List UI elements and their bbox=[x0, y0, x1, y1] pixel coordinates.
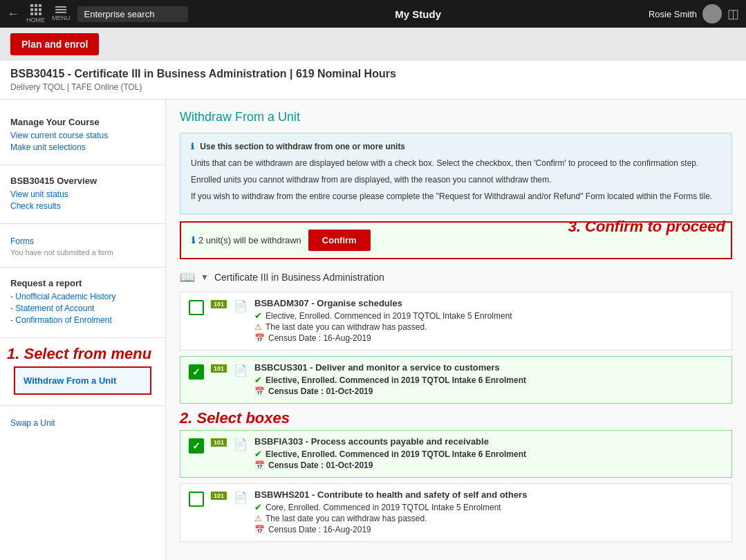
forms-section: Forms You have not submitted a form bbox=[0, 227, 165, 263]
link-unit-status[interactable]: View unit status bbox=[10, 189, 155, 199]
info-p1: Units that can be withdrawn are displaye… bbox=[191, 157, 721, 169]
enterprise-search-input[interactable] bbox=[77, 6, 188, 22]
main-layout: Manage Your Course View current course s… bbox=[0, 100, 746, 560]
overview-title: BSB30415 Overview bbox=[10, 176, 155, 186]
doc-icon-3: 📄 bbox=[234, 438, 248, 451]
unit-info-4: BSBWHS201 - Contribute to health and saf… bbox=[254, 489, 723, 536]
menu-nav[interactable]: MENU bbox=[52, 6, 71, 21]
unit-detail-2a: ✔ Elective, Enrolled. Commenced in 2019 … bbox=[254, 375, 723, 385]
cal-icon-3b: 📅 bbox=[254, 460, 265, 470]
home-label: HOME bbox=[26, 17, 45, 24]
unit-checkbox-2[interactable]: ✓ bbox=[189, 364, 204, 380]
unit-detail-3b: 📅 Census Date : 01-Oct-2019 bbox=[254, 460, 723, 470]
content-area: Withdraw From a Unit ℹ Use this section … bbox=[166, 100, 746, 560]
confirm-button[interactable]: Confirm bbox=[308, 230, 371, 251]
report-title: Request a report bbox=[10, 278, 155, 288]
unit-detail-4b: ⚠ The last date you can withdraw has pas… bbox=[254, 514, 723, 523]
cal-icon-4c: 📅 bbox=[254, 525, 265, 534]
unit-info-1: BSBADM307 - Organise schedules ✔ Electiv… bbox=[254, 298, 723, 344]
link-course-status[interactable]: View current course status bbox=[10, 131, 155, 140]
unit-detail-3a: ✔ Elective, Enrolled. Commenced in 2019 … bbox=[254, 449, 723, 459]
info-p2: Enrolled units you cannot withdraw from … bbox=[191, 174, 721, 186]
cert-header: 📖 ▼ Certificate III in Business Administ… bbox=[180, 270, 732, 285]
sidebar: Manage Your Course View current course s… bbox=[0, 100, 166, 560]
doc-icon-1: 📄 bbox=[234, 299, 248, 312]
book-icon: 📖 bbox=[180, 270, 195, 285]
home-nav[interactable]: HOME bbox=[26, 4, 45, 24]
doc-icon-2: 📄 bbox=[234, 364, 248, 377]
top-nav: ← HOME MENU My Study Rosie Smith ◫ bbox=[0, 0, 746, 28]
overview-section: BSB30415 Overview View unit status Check… bbox=[0, 169, 165, 220]
unit-checkbox-3[interactable]: ✓ bbox=[189, 438, 204, 454]
cert-name: Certificate III in Business Administrati… bbox=[214, 272, 384, 283]
units-withdrawn-label: ℹ 2 unit(s) will be withdrawn bbox=[192, 235, 301, 245]
unit-name-2: BSBCUS301 - Deliver and monitor a servic… bbox=[254, 362, 723, 373]
report-section: Request a report - Unofficial Academic H… bbox=[0, 271, 165, 334]
unit-checkbox-4[interactable] bbox=[189, 492, 204, 507]
unit-checkbox-1[interactable] bbox=[189, 300, 204, 315]
withdraw-section: 1. Select from menu Withdraw From a Unit bbox=[0, 342, 165, 402]
grid-icon[interactable]: ◫ bbox=[727, 6, 739, 21]
forms-sub: You have not submitted a form bbox=[10, 248, 155, 256]
table-row: ✓ 101 📄 BSBFIA303 - Process accounts pay… bbox=[180, 430, 732, 478]
check-icon-2a: ✔ bbox=[254, 375, 262, 385]
unit-badge-3: 101 bbox=[211, 438, 227, 447]
course-delivery: Delivery TQOL | TAFE Online (TOL) bbox=[10, 82, 736, 92]
withdraw-page-title: Withdraw From a Unit bbox=[180, 110, 732, 124]
confirm-section: ℹ 2 unit(s) will be withdrawn Confirm bbox=[180, 221, 732, 259]
info-icon: ℹ bbox=[191, 142, 194, 151]
table-row: 101 📄 BSBADM307 - Organise schedules ✔ E… bbox=[180, 292, 732, 351]
check-icon-1a: ✔ bbox=[254, 310, 262, 321]
menu-label: MENU bbox=[52, 15, 71, 21]
units-info-icon: ℹ bbox=[192, 235, 195, 245]
link-statement[interactable]: - Statement of Account bbox=[10, 304, 155, 313]
unit-badge-1: 101 bbox=[211, 300, 227, 308]
manage-title: Manage Your Course bbox=[10, 117, 155, 127]
cal-icon-1c: 📅 bbox=[254, 333, 265, 343]
units-list: 101 📄 BSBADM307 - Organise schedules ✔ E… bbox=[180, 292, 732, 542]
unit-detail-1b: ⚠ The last date you can withdraw has pas… bbox=[254, 322, 723, 332]
annotation-select-menu: 1. Select from menu bbox=[7, 345, 158, 363]
swap-section: Swap a Unit bbox=[0, 409, 165, 437]
unit-name-1: BSBADM307 - Organise schedules bbox=[254, 298, 723, 308]
forms-link[interactable]: Forms bbox=[10, 236, 155, 246]
link-check-results[interactable]: Check results bbox=[10, 201, 155, 211]
page-title: My Study bbox=[195, 8, 642, 20]
link-unofficial[interactable]: - Unofficial Academic History bbox=[10, 292, 155, 301]
annotation-select-boxes: 2. Select boxes bbox=[180, 409, 732, 427]
sub-header: Plan and enrol bbox=[0, 28, 746, 61]
warn-icon-1b: ⚠ bbox=[254, 322, 262, 332]
check-icon-3a: ✔ bbox=[254, 449, 262, 459]
unit-info-3: BSBFIA303 - Process accounts payable and… bbox=[254, 436, 723, 472]
unit-badge-4: 101 bbox=[211, 492, 227, 500]
check-icon-4a: ✔ bbox=[254, 502, 262, 512]
info-heading: ℹ Use this section to withdraw from one … bbox=[191, 140, 721, 153]
manage-section: Manage Your Course View current course s… bbox=[0, 110, 165, 161]
unit-name-3: BSBFIA303 - Process accounts payable and… bbox=[254, 436, 723, 447]
warn-icon-4b: ⚠ bbox=[254, 514, 262, 523]
toggle-arrow[interactable]: ▼ bbox=[201, 272, 209, 282]
unit-detail-2b: 📅 Census Date : 01-Oct-2019 bbox=[254, 386, 723, 396]
doc-icon-4: 📄 bbox=[234, 491, 248, 504]
unit-info-2: BSBCUS301 - Deliver and monitor a servic… bbox=[254, 362, 723, 398]
unit-name-4: BSBWHS201 - Contribute to health and saf… bbox=[254, 489, 723, 500]
unit-detail-4a: ✔ Core, Enrolled. Commenced in 2019 TQTO… bbox=[254, 502, 723, 512]
unit-detail-4c: 📅 Census Date : 16-Aug-2019 bbox=[254, 525, 723, 534]
back-button[interactable]: ← bbox=[7, 7, 19, 21]
withdraw-unit-link[interactable]: Withdraw From a Unit bbox=[14, 366, 151, 395]
swap-link[interactable]: Swap a Unit bbox=[10, 418, 155, 428]
user-info: Rosie Smith ◫ bbox=[649, 4, 739, 24]
unit-badge-2: 101 bbox=[211, 364, 227, 373]
user-name: Rosie Smith bbox=[649, 9, 697, 19]
info-p3: If you wish to withdraw from the entire … bbox=[191, 190, 721, 203]
course-title: BSB30415 - Certificate III in Business A… bbox=[10, 68, 736, 80]
table-row: ✓ 101 📄 BSBCUS301 - Deliver and monitor … bbox=[180, 356, 732, 404]
user-avatar bbox=[702, 4, 722, 24]
unit-detail-1a: ✔ Elective, Enrolled. Commenced in 2019 … bbox=[254, 310, 723, 321]
link-confirmation[interactable]: - Confirmation of Enrolment bbox=[10, 315, 155, 325]
course-header: BSB30415 - Certificate III in Business A… bbox=[0, 61, 746, 100]
unit-detail-1c: 📅 Census Date : 16-Aug-2019 bbox=[254, 333, 723, 343]
plan-enrol-button[interactable]: Plan and enrol bbox=[10, 33, 99, 55]
info-box: ℹ Use this section to withdraw from one … bbox=[180, 133, 732, 214]
link-unit-selections[interactable]: Make unit selections bbox=[10, 142, 155, 152]
